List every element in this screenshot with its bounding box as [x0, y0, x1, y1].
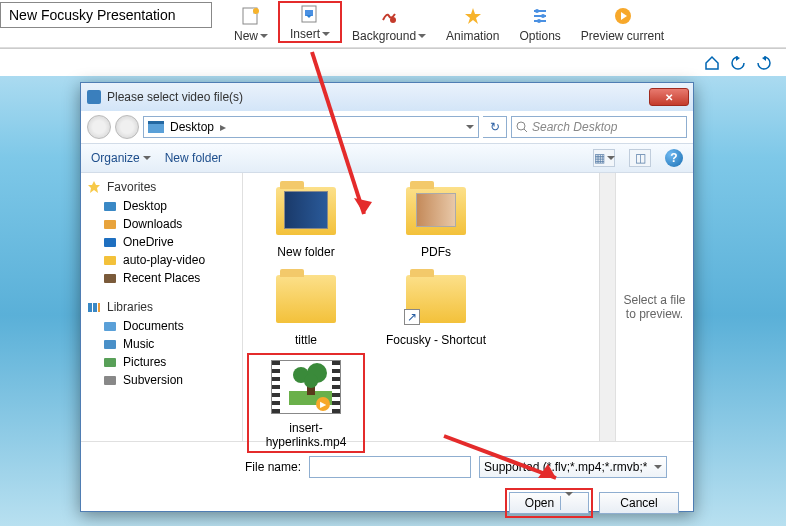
svg-rect-22: [104, 220, 116, 229]
folder-pdf-icon: [400, 181, 472, 241]
svg-point-37: [304, 374, 318, 388]
sidebar-item-desktop[interactable]: Desktop: [83, 197, 240, 215]
svg-point-18: [517, 122, 525, 130]
preview-pane: Select a file to preview.: [615, 173, 693, 441]
vertical-scrollbar[interactable]: [599, 173, 615, 441]
presentation-title-input[interactable]: New Focusky Presentation: [0, 2, 212, 28]
navigation-sidebar: Favorites DesktopDownloadsOneDriveauto-p…: [81, 173, 243, 441]
undo-arrow-icon[interactable]: [730, 55, 746, 71]
favorites-group[interactable]: Favorites: [83, 177, 240, 197]
libraries-group[interactable]: Libraries: [83, 297, 240, 317]
sidebar-item-auto-play-video[interactable]: auto-play-video: [83, 251, 240, 269]
sidebar-item-onedrive[interactable]: OneDrive: [83, 233, 240, 251]
folder-icon: [270, 181, 342, 241]
favorites-star-icon: [87, 180, 101, 194]
search-placeholder: Search Desktop: [532, 120, 617, 134]
nav-forward-button[interactable]: [115, 115, 139, 139]
svg-rect-25: [104, 274, 116, 283]
folder-icon: [270, 269, 342, 329]
sidebar-item-recent-places[interactable]: Recent Places: [83, 269, 240, 287]
file-item-pdfs[interactable]: PDFs: [381, 181, 491, 259]
svg-rect-30: [104, 340, 116, 349]
dialog-navbar: Desktop ▸ ↻ Search Desktop: [81, 111, 693, 143]
view-options-button[interactable]: ▦: [593, 149, 615, 167]
options-icon: [529, 5, 551, 27]
insert-label: Insert: [290, 27, 320, 41]
svg-point-13: [537, 19, 541, 23]
svg-rect-26: [88, 303, 92, 312]
svg-rect-23: [104, 238, 116, 247]
preview-hint: Select a file to preview.: [622, 293, 687, 321]
insert-button[interactable]: Insert: [278, 1, 342, 43]
open-button[interactable]: Open: [509, 492, 589, 514]
svg-rect-21: [104, 202, 116, 211]
redo-arrow-icon[interactable]: [756, 55, 772, 71]
chevron-down-icon: [654, 465, 662, 469]
svg-line-19: [524, 129, 527, 132]
new-folder-button[interactable]: New folder: [165, 151, 222, 165]
search-icon: [516, 121, 528, 133]
preview-pane-toggle[interactable]: ◫: [629, 149, 651, 167]
file-label: Focusky - Shortcut: [386, 333, 486, 347]
options-label: Options: [519, 29, 560, 43]
sidebar-item-subversion[interactable]: Subversion: [83, 371, 240, 389]
sidebar-item-documents[interactable]: Documents: [83, 317, 240, 335]
svg-rect-27: [93, 303, 97, 312]
file-label: insert-hyperlinks.mp4: [251, 421, 361, 449]
svg-rect-24: [104, 256, 116, 265]
shortcut-icon: ↗: [400, 269, 472, 329]
dialog-title: Please select video file(s): [107, 90, 649, 104]
dialog-titlebar: Please select video file(s) ✕: [81, 83, 693, 111]
svg-rect-31: [104, 358, 116, 367]
nav-back-button[interactable]: [87, 115, 111, 139]
desktop-icon: [148, 121, 164, 133]
close-button[interactable]: ✕: [649, 88, 689, 106]
svg-rect-28: [98, 303, 100, 312]
preview-label: Preview current: [581, 29, 664, 43]
file-grid[interactable]: New folderPDFstittle↗Focusky - Shortcut▶…: [243, 173, 615, 441]
organize-menu[interactable]: Organize: [91, 151, 151, 165]
preview-button[interactable]: Preview current: [571, 5, 674, 43]
home-icon[interactable]: [704, 55, 720, 71]
background-icon: [378, 5, 400, 27]
svg-point-12: [541, 14, 545, 18]
file-name-input[interactable]: [309, 456, 471, 478]
file-label: tittle: [295, 333, 317, 347]
file-item-focusky-shortcut[interactable]: ↗Focusky - Shortcut: [381, 269, 491, 347]
new-icon: [240, 5, 262, 27]
help-icon[interactable]: ?: [665, 149, 683, 167]
search-input[interactable]: Search Desktop: [511, 116, 687, 138]
file-item-tittle[interactable]: tittle: [251, 269, 361, 347]
file-open-dialog: Please select video file(s) ✕ Desktop ▸ …: [80, 82, 694, 512]
options-button[interactable]: Options: [509, 5, 570, 43]
insert-icon: [299, 3, 321, 25]
breadcrumb-sep-icon: ▸: [220, 120, 226, 134]
file-label: New folder: [277, 245, 334, 259]
canvas-toolbar: [0, 48, 786, 76]
refresh-button[interactable]: ↻: [483, 116, 507, 138]
address-dropdown-icon[interactable]: [466, 125, 474, 129]
sidebar-item-music[interactable]: Music: [83, 335, 240, 353]
file-label: PDFs: [421, 245, 451, 259]
sidebar-item-pictures[interactable]: Pictures: [83, 353, 240, 371]
cancel-button[interactable]: Cancel: [599, 492, 679, 514]
address-bar[interactable]: Desktop ▸: [143, 116, 479, 138]
file-name-label: File name:: [91, 460, 301, 474]
new-label: New: [234, 29, 258, 43]
new-button[interactable]: New: [224, 5, 278, 43]
animation-icon: [462, 5, 484, 27]
dialog-app-icon: [87, 90, 101, 104]
svg-point-6: [390, 17, 396, 23]
animation-button[interactable]: Animation: [436, 5, 509, 43]
background-button[interactable]: Background: [342, 5, 436, 43]
sidebar-item-downloads[interactable]: Downloads: [83, 215, 240, 233]
svg-point-2: [253, 8, 259, 14]
svg-rect-29: [104, 322, 116, 331]
file-type-filter[interactable]: Supported (*.flv;*.mp4;*.rmvb;*: [479, 456, 667, 478]
background-label: Background: [352, 29, 416, 43]
file-item-new-folder[interactable]: New folder: [251, 181, 361, 259]
file-item-insert-hyperlinks-mp4[interactable]: ▶insert-hyperlinks.mp4: [251, 357, 361, 449]
video-icon: ▶: [270, 357, 342, 417]
svg-marker-7: [465, 8, 481, 24]
preview-icon: [612, 5, 634, 27]
